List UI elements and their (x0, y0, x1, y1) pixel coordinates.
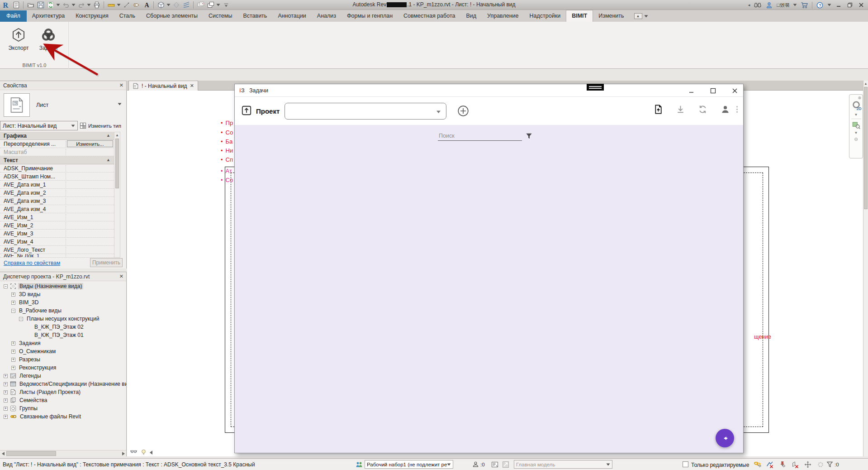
expand-icon[interactable]: + (11, 350, 15, 354)
chevron-down-icon[interactable] (216, 4, 220, 6)
download-icon[interactable] (675, 104, 686, 115)
export-file-icon[interactable] (653, 104, 664, 115)
undo-icon[interactable] (62, 1, 70, 10)
tree-item[interactable]: +Семейства (0, 396, 127, 404)
text-note-icon[interactable]: A (142, 1, 151, 10)
steering-wheel-2d-icon[interactable]: 2D (851, 100, 862, 112)
filter-icon[interactable] (826, 461, 833, 468)
chevron-down-icon[interactable] (117, 4, 121, 6)
view-3d-icon[interactable] (157, 1, 165, 10)
parameter-value[interactable]: Изменить... (66, 140, 114, 147)
save-icon[interactable] (36, 1, 45, 10)
close-icon[interactable]: ✕ (119, 82, 123, 88)
edit-type-button[interactable]: Изменить тип (80, 121, 126, 130)
tree-item[interactable]: +Задания (0, 339, 127, 347)
tree-item[interactable]: +Группы (0, 404, 127, 412)
redo-icon[interactable] (77, 1, 85, 10)
expand-icon[interactable]: + (11, 301, 15, 305)
help-icon[interactable]: ? (816, 1, 824, 10)
signed-in-user[interactable]: □엤묶 (777, 2, 790, 9)
dialog-maximize-button[interactable] (709, 86, 717, 95)
design-option-select[interactable]: Главная модель (514, 460, 612, 469)
tree-item[interactable]: +Связанные файлы Revit (0, 412, 127, 421)
ribbon-display-toggle[interactable]: ▲ (634, 13, 648, 22)
expand-icon[interactable]: + (4, 407, 8, 411)
dialog-close-button[interactable] (730, 86, 739, 95)
editing-requests-icon[interactable] (491, 461, 498, 468)
worksets-icon[interactable] (356, 461, 363, 468)
apply-button[interactable]: Применить (90, 258, 123, 267)
ribbon-tab-формы-и-генплан[interactable]: Формы и генплан (342, 10, 398, 22)
filter-icon[interactable] (525, 132, 533, 140)
zoom-caret-icon[interactable]: ▼ (854, 131, 858, 135)
tree-item[interactable]: +Разрезы (0, 355, 127, 364)
scroll-left-icon[interactable] (0, 451, 6, 456)
expand-icon[interactable]: + (4, 398, 8, 403)
tag-icon[interactable] (132, 1, 141, 10)
aligned-dimension-icon[interactable] (122, 1, 131, 10)
print-icon[interactable] (92, 1, 101, 10)
search-icon[interactable] (753, 1, 762, 10)
close-view-icon[interactable]: ✕ (190, 83, 194, 89)
expand-icon[interactable]: + (11, 293, 15, 297)
search-input[interactable] (438, 131, 522, 141)
restore-button[interactable] (846, 1, 854, 9)
expand-icon[interactable]: + (11, 366, 15, 370)
thin-lines-icon[interactable] (182, 1, 190, 10)
revit-logo-icon[interactable]: R (2, 1, 10, 10)
ribbon-button-экспорт[interactable]: Экспорт (5, 24, 33, 59)
ribbon-tab-вид[interactable]: Вид (460, 10, 482, 22)
expand-icon[interactable]: + (4, 415, 8, 419)
ribbon-tab-аннотации[interactable]: Аннотации (272, 10, 311, 22)
collapse-left-icon[interactable] (150, 451, 152, 455)
collapse-icon[interactable]: − (11, 309, 15, 313)
expand-icon[interactable]: + (4, 390, 8, 394)
parameter-group-header[interactable]: Графика▲ (0, 132, 114, 140)
parameter-group-header[interactable]: Текст▲ (0, 156, 114, 164)
upload-project-icon[interactable] (241, 105, 252, 116)
collapse-icon[interactable]: − (19, 317, 23, 321)
section-icon[interactable] (172, 1, 180, 10)
collapse-icon[interactable]: − (4, 284, 8, 288)
zoom-region-icon[interactable] (851, 120, 861, 130)
close-hidden-windows-icon[interactable] (196, 1, 205, 10)
ribbon-tab-системы[interactable]: Системы (203, 10, 237, 22)
active-workset-select[interactable]: Рабочий набор1 (не подлежит ре (365, 460, 453, 469)
temporary-hide-isolate-icon[interactable] (130, 450, 138, 455)
ribbon-tab-изменить[interactable]: Изменить (593, 10, 629, 22)
dialog-minimize-button[interactable] (687, 86, 695, 95)
cycle-ribbon-icon[interactable]: ▲ (634, 13, 642, 19)
gear-icon[interactable] (817, 461, 824, 468)
ribbon-tab-совместная-работа[interactable]: Совместная работа (398, 10, 460, 22)
tree-item[interactable]: +О_Смежникам (0, 347, 127, 355)
scroll-right-icon[interactable] (120, 451, 126, 456)
wheel-caret-icon[interactable]: ▼ (854, 113, 858, 117)
project-combobox[interactable] (285, 103, 446, 120)
tree-item[interactable]: +Листы (Раздел Проекта) (0, 388, 127, 396)
sync-icon[interactable] (697, 104, 708, 115)
pin-select-icon[interactable] (779, 461, 786, 468)
ribbon-tab-анализ[interactable]: Анализ (312, 10, 342, 22)
back-fab-button[interactable] (716, 429, 734, 447)
ribbon-tab-сборные-элементы[interactable]: Сборные элементы (141, 10, 203, 22)
properties-help-link[interactable]: Справка по свойствам (4, 260, 60, 266)
collapse-chevron-icon[interactable]: ▲ (106, 133, 110, 138)
close-button[interactable] (857, 1, 865, 9)
tree-item[interactable]: +Реконструкция (0, 364, 127, 372)
tree-item[interactable]: −Виды (Назначение вида) (0, 282, 127, 290)
account-caret-icon[interactable] (793, 4, 797, 6)
customize-caret-icon[interactable] (222, 1, 230, 10)
open-icon[interactable] (26, 1, 35, 10)
move-icon[interactable] (804, 461, 811, 468)
tree-item[interactable]: +BIM_3D (0, 298, 127, 307)
close-icon[interactable]: ✕ (119, 273, 123, 279)
measure-icon[interactable] (107, 1, 115, 10)
file-properties-icon[interactable] (12, 1, 20, 10)
ribbon-tab-сталь[interactable]: Сталь (114, 10, 141, 22)
tree-item[interactable]: −В_Рабочие виды (0, 307, 127, 315)
expand-icon[interactable]: + (11, 341, 15, 345)
add-project-button[interactable] (457, 105, 469, 117)
type-selector-caret-icon[interactable] (118, 103, 122, 106)
kebab-icon[interactable] (732, 104, 742, 115)
type-selector-preview[interactable] (4, 93, 30, 117)
